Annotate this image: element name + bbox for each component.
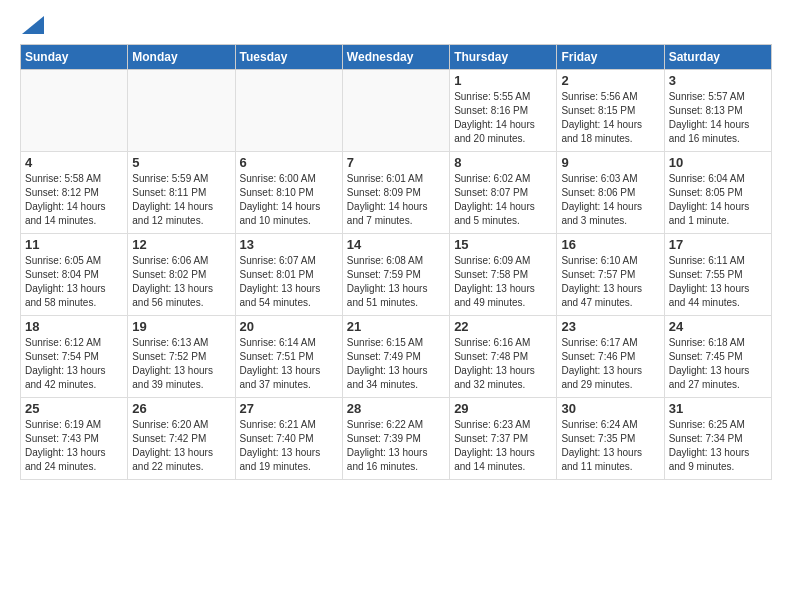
day-number: 23 — [561, 319, 659, 334]
day-number: 10 — [669, 155, 767, 170]
day-info: Sunrise: 6:00 AM Sunset: 8:10 PM Dayligh… — [240, 172, 338, 228]
day-number: 26 — [132, 401, 230, 416]
col-header-tuesday: Tuesday — [235, 45, 342, 70]
day-cell: 9Sunrise: 6:03 AM Sunset: 8:06 PM Daylig… — [557, 152, 664, 234]
day-cell: 24Sunrise: 6:18 AM Sunset: 7:45 PM Dayli… — [664, 316, 771, 398]
week-row-0: 1Sunrise: 5:55 AM Sunset: 8:16 PM Daylig… — [21, 70, 772, 152]
day-number: 9 — [561, 155, 659, 170]
day-info: Sunrise: 5:55 AM Sunset: 8:16 PM Dayligh… — [454, 90, 552, 146]
day-info: Sunrise: 6:01 AM Sunset: 8:09 PM Dayligh… — [347, 172, 445, 228]
day-number: 29 — [454, 401, 552, 416]
day-cell — [128, 70, 235, 152]
svg-marker-0 — [22, 16, 44, 34]
day-number: 31 — [669, 401, 767, 416]
day-info: Sunrise: 6:17 AM Sunset: 7:46 PM Dayligh… — [561, 336, 659, 392]
col-header-wednesday: Wednesday — [342, 45, 449, 70]
day-cell: 1Sunrise: 5:55 AM Sunset: 8:16 PM Daylig… — [450, 70, 557, 152]
day-info: Sunrise: 6:19 AM Sunset: 7:43 PM Dayligh… — [25, 418, 123, 474]
day-number: 5 — [132, 155, 230, 170]
day-number: 13 — [240, 237, 338, 252]
day-info: Sunrise: 6:06 AM Sunset: 8:02 PM Dayligh… — [132, 254, 230, 310]
day-cell: 23Sunrise: 6:17 AM Sunset: 7:46 PM Dayli… — [557, 316, 664, 398]
day-cell: 6Sunrise: 6:00 AM Sunset: 8:10 PM Daylig… — [235, 152, 342, 234]
col-header-sunday: Sunday — [21, 45, 128, 70]
day-number: 22 — [454, 319, 552, 334]
day-number: 28 — [347, 401, 445, 416]
day-cell: 31Sunrise: 6:25 AM Sunset: 7:34 PM Dayli… — [664, 398, 771, 480]
day-cell: 30Sunrise: 6:24 AM Sunset: 7:35 PM Dayli… — [557, 398, 664, 480]
day-number: 12 — [132, 237, 230, 252]
day-cell: 18Sunrise: 6:12 AM Sunset: 7:54 PM Dayli… — [21, 316, 128, 398]
day-cell: 16Sunrise: 6:10 AM Sunset: 7:57 PM Dayli… — [557, 234, 664, 316]
day-cell — [21, 70, 128, 152]
day-number: 17 — [669, 237, 767, 252]
header — [20, 16, 772, 34]
week-row-4: 25Sunrise: 6:19 AM Sunset: 7:43 PM Dayli… — [21, 398, 772, 480]
col-header-monday: Monday — [128, 45, 235, 70]
day-number: 11 — [25, 237, 123, 252]
week-row-1: 4Sunrise: 5:58 AM Sunset: 8:12 PM Daylig… — [21, 152, 772, 234]
day-info: Sunrise: 6:09 AM Sunset: 7:58 PM Dayligh… — [454, 254, 552, 310]
day-info: Sunrise: 5:57 AM Sunset: 8:13 PM Dayligh… — [669, 90, 767, 146]
day-cell: 17Sunrise: 6:11 AM Sunset: 7:55 PM Dayli… — [664, 234, 771, 316]
day-cell: 27Sunrise: 6:21 AM Sunset: 7:40 PM Dayli… — [235, 398, 342, 480]
day-number: 27 — [240, 401, 338, 416]
day-info: Sunrise: 5:59 AM Sunset: 8:11 PM Dayligh… — [132, 172, 230, 228]
day-info: Sunrise: 6:23 AM Sunset: 7:37 PM Dayligh… — [454, 418, 552, 474]
day-cell: 2Sunrise: 5:56 AM Sunset: 8:15 PM Daylig… — [557, 70, 664, 152]
day-info: Sunrise: 6:20 AM Sunset: 7:42 PM Dayligh… — [132, 418, 230, 474]
day-info: Sunrise: 6:04 AM Sunset: 8:05 PM Dayligh… — [669, 172, 767, 228]
day-info: Sunrise: 6:12 AM Sunset: 7:54 PM Dayligh… — [25, 336, 123, 392]
day-number: 1 — [454, 73, 552, 88]
day-cell: 19Sunrise: 6:13 AM Sunset: 7:52 PM Dayli… — [128, 316, 235, 398]
day-cell: 13Sunrise: 6:07 AM Sunset: 8:01 PM Dayli… — [235, 234, 342, 316]
day-cell: 14Sunrise: 6:08 AM Sunset: 7:59 PM Dayli… — [342, 234, 449, 316]
logo — [20, 16, 44, 34]
day-cell: 4Sunrise: 5:58 AM Sunset: 8:12 PM Daylig… — [21, 152, 128, 234]
day-cell: 22Sunrise: 6:16 AM Sunset: 7:48 PM Dayli… — [450, 316, 557, 398]
day-info: Sunrise: 6:13 AM Sunset: 7:52 PM Dayligh… — [132, 336, 230, 392]
day-cell: 26Sunrise: 6:20 AM Sunset: 7:42 PM Dayli… — [128, 398, 235, 480]
day-info: Sunrise: 6:24 AM Sunset: 7:35 PM Dayligh… — [561, 418, 659, 474]
day-info: Sunrise: 5:56 AM Sunset: 8:15 PM Dayligh… — [561, 90, 659, 146]
day-cell — [342, 70, 449, 152]
day-cell: 11Sunrise: 6:05 AM Sunset: 8:04 PM Dayli… — [21, 234, 128, 316]
day-info: Sunrise: 6:03 AM Sunset: 8:06 PM Dayligh… — [561, 172, 659, 228]
col-header-friday: Friday — [557, 45, 664, 70]
day-number: 30 — [561, 401, 659, 416]
day-number: 7 — [347, 155, 445, 170]
day-cell: 5Sunrise: 5:59 AM Sunset: 8:11 PM Daylig… — [128, 152, 235, 234]
day-info: Sunrise: 6:18 AM Sunset: 7:45 PM Dayligh… — [669, 336, 767, 392]
day-cell: 8Sunrise: 6:02 AM Sunset: 8:07 PM Daylig… — [450, 152, 557, 234]
day-cell: 7Sunrise: 6:01 AM Sunset: 8:09 PM Daylig… — [342, 152, 449, 234]
day-info: Sunrise: 5:58 AM Sunset: 8:12 PM Dayligh… — [25, 172, 123, 228]
day-cell: 20Sunrise: 6:14 AM Sunset: 7:51 PM Dayli… — [235, 316, 342, 398]
day-cell: 12Sunrise: 6:06 AM Sunset: 8:02 PM Dayli… — [128, 234, 235, 316]
day-number: 14 — [347, 237, 445, 252]
day-number: 6 — [240, 155, 338, 170]
day-number: 19 — [132, 319, 230, 334]
day-cell: 21Sunrise: 6:15 AM Sunset: 7:49 PM Dayli… — [342, 316, 449, 398]
day-cell: 25Sunrise: 6:19 AM Sunset: 7:43 PM Dayli… — [21, 398, 128, 480]
col-header-thursday: Thursday — [450, 45, 557, 70]
day-info: Sunrise: 6:16 AM Sunset: 7:48 PM Dayligh… — [454, 336, 552, 392]
day-cell: 29Sunrise: 6:23 AM Sunset: 7:37 PM Dayli… — [450, 398, 557, 480]
day-number: 2 — [561, 73, 659, 88]
day-number: 18 — [25, 319, 123, 334]
calendar-table: SundayMondayTuesdayWednesdayThursdayFrid… — [20, 44, 772, 480]
week-row-3: 18Sunrise: 6:12 AM Sunset: 7:54 PM Dayli… — [21, 316, 772, 398]
day-info: Sunrise: 6:10 AM Sunset: 7:57 PM Dayligh… — [561, 254, 659, 310]
header-row: SundayMondayTuesdayWednesdayThursdayFrid… — [21, 45, 772, 70]
day-number: 4 — [25, 155, 123, 170]
day-number: 8 — [454, 155, 552, 170]
day-info: Sunrise: 6:05 AM Sunset: 8:04 PM Dayligh… — [25, 254, 123, 310]
day-info: Sunrise: 6:25 AM Sunset: 7:34 PM Dayligh… — [669, 418, 767, 474]
day-number: 20 — [240, 319, 338, 334]
day-cell: 15Sunrise: 6:09 AM Sunset: 7:58 PM Dayli… — [450, 234, 557, 316]
day-info: Sunrise: 6:07 AM Sunset: 8:01 PM Dayligh… — [240, 254, 338, 310]
day-info: Sunrise: 6:02 AM Sunset: 8:07 PM Dayligh… — [454, 172, 552, 228]
day-cell — [235, 70, 342, 152]
day-number: 25 — [25, 401, 123, 416]
day-info: Sunrise: 6:21 AM Sunset: 7:40 PM Dayligh… — [240, 418, 338, 474]
logo-icon — [22, 16, 44, 34]
